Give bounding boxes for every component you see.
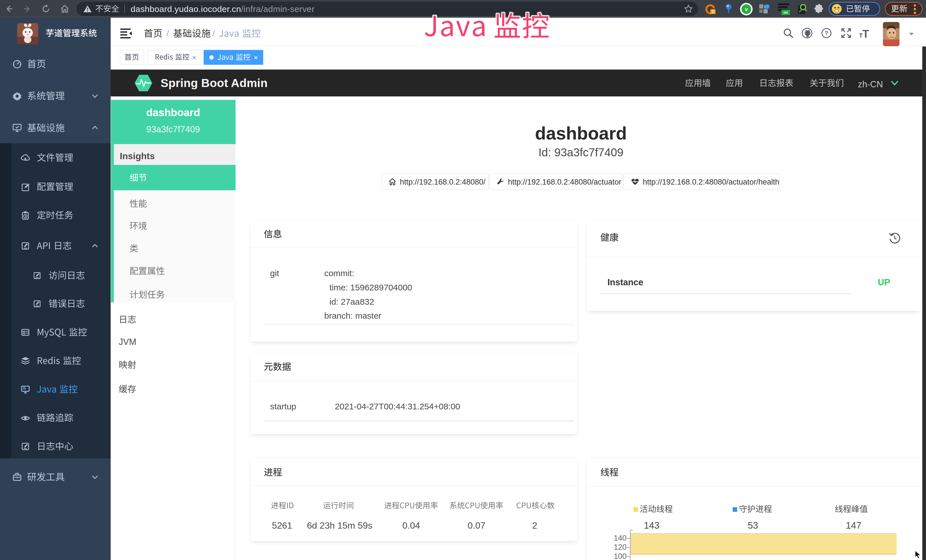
svg-text:1: 1 — [712, 9, 714, 14]
svg-text:v: v — [745, 6, 748, 12]
svg-text:on: on — [784, 10, 788, 15]
svg-text:?: ? — [825, 30, 828, 36]
svg-text:T: T — [862, 28, 869, 39]
svg-text:T: T — [859, 32, 863, 39]
